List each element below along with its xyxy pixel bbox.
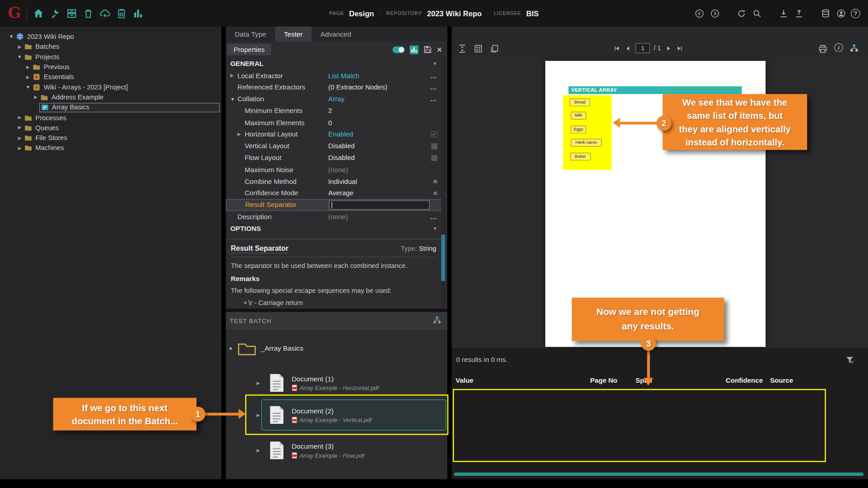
column-header-page-no[interactable]: Page No [590, 377, 617, 385]
expander-icon[interactable] [230, 97, 237, 102]
document-row-1[interactable]: Document (1) Array Example - Horizontal.… [255, 369, 378, 398]
prop-row-description[interactable]: Description (none) [226, 211, 443, 223]
prop-value[interactable]: 0 [328, 119, 425, 127]
prop-value[interactable]: (none) [328, 213, 425, 221]
next-page-icon[interactable] [665, 45, 672, 52]
expander-icon[interactable] [255, 413, 262, 418]
expander-icon[interactable] [16, 125, 24, 130]
close-icon[interactable] [437, 45, 442, 53]
tree-item-repository[interactable]: 2023 Wiki Repo [0, 32, 222, 42]
refresh-icon[interactable] [736, 8, 746, 19]
trash-icon[interactable] [82, 7, 94, 19]
properties-tab[interactable]: Properties [227, 44, 271, 56]
prop-row-result-separator[interactable]: Result Separator [226, 199, 443, 211]
prop-value[interactable]: Array [328, 95, 425, 103]
nav-back-icon[interactable] [693, 8, 704, 19]
nav-forward-icon[interactable] [709, 8, 720, 19]
tree-item-array-basics[interactable]: Array Basics [0, 103, 222, 113]
ellipsis-button[interactable] [430, 213, 437, 221]
tree-item-projects[interactable]: Projects [0, 52, 222, 62]
user-icon[interactable] [835, 8, 846, 19]
bar-chart-icon[interactable] [132, 7, 145, 19]
ellipsis-button[interactable] [430, 84, 437, 91]
home-icon[interactable] [33, 7, 45, 19]
document-row-2-selected[interactable]: Document (2) Array Example - Vertical.pd… [255, 399, 372, 431]
checkbox-checked-icon[interactable] [431, 131, 437, 137]
live-toggle-icon[interactable] [392, 46, 405, 53]
prop-value[interactable]: Disabled [328, 154, 425, 162]
selected-tree-item[interactable]: Array Basics [39, 103, 220, 112]
menu-icon[interactable] [433, 189, 437, 197]
batch-hierarchy-icon[interactable] [432, 315, 442, 327]
import-icon[interactable] [778, 8, 788, 19]
licensee-value[interactable]: BIS [526, 9, 539, 17]
expander-icon[interactable] [8, 34, 15, 39]
expander-icon[interactable] [255, 380, 262, 385]
clear-results-icon[interactable] [845, 356, 854, 366]
prop-value[interactable]: Enabled [328, 131, 425, 138]
prop-value[interactable]: Average [328, 189, 425, 197]
column-header-confidence[interactable]: Confidence [726, 377, 763, 385]
horizontal-scrollbar-thumb[interactable] [454, 473, 863, 476]
prop-value[interactable]: List Match [328, 72, 425, 80]
expander-icon[interactable] [16, 54, 24, 59]
layout-hierarchy-icon[interactable] [849, 43, 859, 56]
export-icon[interactable] [793, 8, 804, 19]
prop-row-maximum-noise[interactable]: Maximum Noise (none) [226, 164, 443, 175]
tab-advanced[interactable]: Advanced [311, 27, 360, 42]
fit-height-icon[interactable] [457, 43, 467, 54]
section-options[interactable]: OPTIONS [226, 223, 443, 235]
prop-value[interactable]: (none) [328, 166, 425, 174]
tree-item-batches[interactable]: Batches [0, 42, 222, 52]
prop-value[interactable]: Individual [328, 178, 425, 185]
page-number-input[interactable]: 1 [636, 43, 650, 53]
file-drawer-icon[interactable] [66, 7, 78, 19]
batch-folder-row[interactable]: _Array Basics [227, 338, 303, 358]
help-icon[interactable] [851, 9, 860, 18]
expander-icon[interactable] [32, 95, 39, 100]
splitter[interactable] [226, 309, 448, 312]
column-header-source[interactable]: Source [770, 377, 793, 385]
prop-value[interactable]: Disabled [328, 142, 425, 150]
tree-item-file-stores[interactable]: File Stores [0, 133, 222, 143]
page-value[interactable]: Design [349, 9, 374, 17]
expander-icon[interactable] [24, 65, 32, 70]
repository-value[interactable]: 2023 Wiki Repo [427, 9, 482, 17]
grid-view-icon[interactable] [473, 43, 484, 54]
previous-page-icon[interactable] [624, 45, 632, 52]
prop-row-horizontal-layout[interactable]: Horizontal Layout Enabled [226, 128, 443, 140]
checkbox-unchecked-icon[interactable] [431, 155, 437, 161]
tools-icon[interactable] [49, 7, 61, 19]
prop-row-flow-layout[interactable]: Flow Layout Disabled [226, 152, 443, 164]
prop-row-confidence-mode[interactable]: Confidence Mode Average [226, 187, 443, 199]
expander-icon[interactable] [16, 44, 24, 49]
pages-icon[interactable] [489, 43, 500, 54]
tree-item-address-example[interactable]: Address Example [0, 92, 222, 102]
last-page-icon[interactable] [676, 45, 683, 52]
expander-icon[interactable] [24, 75, 32, 80]
prop-row-combine-method[interactable]: Combine Method Individual [226, 175, 443, 187]
cloud-upload-icon[interactable] [99, 7, 111, 19]
expander-icon[interactable] [16, 115, 24, 120]
expander-icon[interactable] [16, 145, 24, 150]
search-icon[interactable] [751, 8, 762, 19]
result-separator-input[interactable] [329, 200, 429, 210]
prop-row-local-extractor[interactable]: Local Extractor List Match [226, 70, 443, 81]
section-general[interactable]: GENERAL [226, 57, 443, 70]
prop-row-maximum-elements[interactable]: Maximum Elements 0 [226, 117, 443, 128]
tab-data-type[interactable]: Data Type [226, 27, 275, 42]
tree-item-machines[interactable]: Machines [0, 143, 222, 153]
tree-item-wiki-arrays-project[interactable]: Wiki - Arrays - 2023 [Project] [0, 82, 222, 92]
print-icon[interactable] [817, 43, 828, 54]
expander-icon[interactable] [24, 85, 32, 90]
expander-icon[interactable] [16, 136, 24, 141]
info-icon[interactable] [834, 43, 843, 52]
expander-icon[interactable] [237, 132, 245, 137]
tree-item-previous[interactable]: Previous [0, 62, 222, 72]
tree-item-queues[interactable]: Queues [0, 122, 222, 132]
tab-tester[interactable]: Tester [275, 27, 311, 42]
expander-icon[interactable] [255, 448, 262, 453]
menu-icon[interactable] [433, 177, 437, 185]
ellipsis-button[interactable] [430, 72, 437, 80]
databases-icon[interactable] [820, 8, 830, 19]
